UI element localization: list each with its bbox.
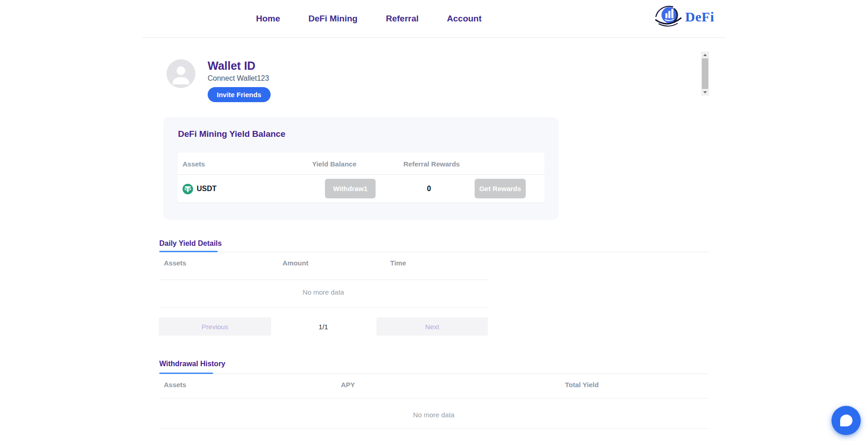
wallet-profile-section: Wallet ID Connect Wallet123 Invite Frien… <box>167 59 271 102</box>
embedded-scrollbar[interactable] <box>701 52 709 96</box>
scrollbar-thumb[interactable] <box>702 58 708 89</box>
asset-cell: USDT <box>183 175 217 203</box>
table-rule <box>159 280 487 280</box>
column-header-apy: APY <box>341 381 355 389</box>
wallet-id-title: Wallet ID <box>208 59 271 73</box>
invite-friends-button[interactable]: Invite Friends <box>208 87 271 102</box>
column-header-assets: Assets <box>164 259 186 267</box>
table-rule <box>159 307 487 308</box>
yield-balance-table: Assets Yield Balance Referral Rewards <box>178 153 544 203</box>
yield-balance-card: DeFi Mining Yield Balance Assets Yield B… <box>163 117 559 219</box>
tab-daily-yield-details[interactable]: Daily Yield Details <box>159 239 222 248</box>
asset-label: USDT <box>197 185 217 193</box>
next-page-button[interactable]: Next <box>376 317 488 336</box>
column-header-referral-rewards: Referral Rewards <box>403 153 460 175</box>
empty-state-text: No more data <box>159 288 487 296</box>
nav-item-defi-mining[interactable]: DeFi Mining <box>309 14 358 24</box>
avatar <box>167 59 195 88</box>
page-content: Wallet ID Connect Wallet123 Invite Frien… <box>0 37 868 441</box>
table-rule <box>159 428 708 429</box>
column-header-yield-balance: Yield Balance <box>312 153 356 175</box>
scrollbar-up-arrow-icon[interactable] <box>701 52 709 58</box>
active-tab-indicator <box>159 251 218 252</box>
referral-rewards-value: 0 <box>415 175 443 203</box>
column-header-time: Time <box>390 259 406 267</box>
column-header-amount: Amount <box>282 259 309 267</box>
active-tab-indicator <box>159 373 213 374</box>
nav-item-home[interactable]: Home <box>256 14 280 24</box>
withdraw-button[interactable]: Withdraw1 <box>325 179 376 198</box>
nav-item-referral[interactable]: Referral <box>386 14 418 24</box>
chat-bubble-icon <box>840 415 852 426</box>
empty-state-text: No more data <box>159 411 708 419</box>
column-header-assets: Assets <box>183 153 205 175</box>
get-rewards-button[interactable]: Get Rewards <box>475 179 526 198</box>
tab-withdrawal-history[interactable]: Withdrawal History <box>159 360 225 368</box>
column-header-total-yield: Total Yield <box>565 381 599 389</box>
section-divider <box>159 252 708 252</box>
logo-wordmark: DeFi <box>685 9 714 25</box>
brand-logo[interactable]: DeFi <box>653 3 714 31</box>
section-divider <box>159 374 708 374</box>
yield-balance-title: DeFi Mining Yield Balance <box>178 129 285 139</box>
nav-item-account[interactable]: Account <box>447 14 481 24</box>
chat-launcher-button[interactable] <box>831 406 861 435</box>
table-row: USDT Withdraw1 0 Get Rewards <box>178 175 544 203</box>
main-nav: Home DeFi Mining Referral Account <box>256 0 481 37</box>
defi-logo-icon <box>653 3 684 31</box>
scrollbar-down-arrow-icon[interactable] <box>701 89 709 96</box>
wallet-connect-status: Connect Wallet123 <box>208 74 271 83</box>
tether-icon <box>183 184 193 194</box>
column-header-assets: Assets <box>164 381 186 389</box>
top-navigation-bar: Home DeFi Mining Referral Account D <box>0 0 868 37</box>
table-rule <box>159 398 708 399</box>
